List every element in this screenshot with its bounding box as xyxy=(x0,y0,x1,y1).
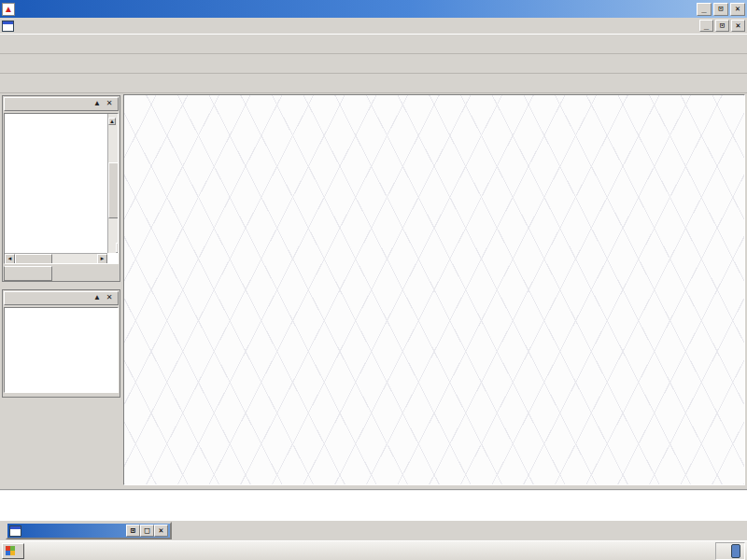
message-area xyxy=(0,489,747,521)
project-tree xyxy=(6,115,106,252)
project-tab[interactable] xyxy=(4,266,52,281)
ansoft-app-icon: ▲ xyxy=(2,3,15,16)
mdi-minimize-button[interactable]: _ xyxy=(699,20,713,32)
modeler-3d-viewport[interactable] xyxy=(123,94,745,485)
solutions-maximize-button[interactable]: □ xyxy=(140,525,154,537)
toolbar-modeler xyxy=(0,74,747,93)
tree-horizontal-scrollbar[interactable]: ◄ ► xyxy=(5,253,107,263)
start-button[interactable] xyxy=(2,543,24,559)
mdi-restore-button[interactable]: ⊡ xyxy=(715,20,729,32)
menu-bar: _ ⊡ ✕ xyxy=(0,18,747,35)
mdi-document-icon[interactable] xyxy=(2,21,14,32)
solutions-window-titlebar[interactable]: ⊡ □ ✕ xyxy=(6,522,172,539)
scroll-right-icon[interactable]: ► xyxy=(97,254,107,264)
scroll-down-icon[interactable]: ▼ xyxy=(116,243,119,253)
main-area: ▲ ✕ ▲ ▼ ◄ ► xyxy=(0,93,747,487)
minimize-button[interactable]: _ xyxy=(697,3,712,16)
solutions-close-button[interactable]: ✕ xyxy=(154,525,168,537)
system-tray xyxy=(715,542,745,560)
close-panel-icon[interactable]: ✕ xyxy=(104,293,115,303)
pin-icon[interactable]: ▲ xyxy=(92,293,103,303)
vertical-scroll-thumb[interactable] xyxy=(108,162,119,218)
rosette-model xyxy=(124,95,744,484)
title-bar[interactable]: ▲ _ ⊡ ✕ xyxy=(0,0,747,18)
properties-body xyxy=(4,307,119,393)
pin-icon[interactable]: ▲ xyxy=(92,99,103,109)
properties-titlebar[interactable]: ▲ ✕ xyxy=(4,291,119,305)
scroll-up-icon[interactable]: ▲ xyxy=(108,118,116,125)
toolbar-draw xyxy=(0,54,747,74)
mdi-close-button[interactable]: ✕ xyxy=(731,20,745,32)
project-manager-panel: ▲ ✕ ▲ ▼ ◄ ► xyxy=(2,95,120,282)
solutions-restore-button[interactable]: ⊡ xyxy=(126,525,140,537)
show-desktop-button[interactable] xyxy=(731,544,740,558)
close-button[interactable]: ✕ xyxy=(730,3,745,16)
toolbar-standard xyxy=(0,35,747,54)
scroll-left-icon[interactable]: ◄ xyxy=(5,254,15,264)
close-panel-icon[interactable]: ✕ xyxy=(104,99,115,109)
restore-button[interactable]: ⊡ xyxy=(713,3,728,16)
left-dock: ▲ ✕ ▲ ▼ ◄ ► xyxy=(0,93,122,487)
properties-panel: ▲ ✕ xyxy=(2,289,120,398)
project-tree-container: ▲ ▼ ◄ ► xyxy=(4,113,119,264)
solutions-window-icon xyxy=(9,525,21,537)
windows-flag-icon xyxy=(6,546,15,555)
project-manager-titlebar[interactable]: ▲ ✕ xyxy=(4,97,119,111)
taskbar xyxy=(0,540,747,560)
horizontal-scroll-thumb[interactable] xyxy=(15,254,52,264)
tree-vertical-scrollbar[interactable]: ▲ ▼ xyxy=(107,114,118,253)
